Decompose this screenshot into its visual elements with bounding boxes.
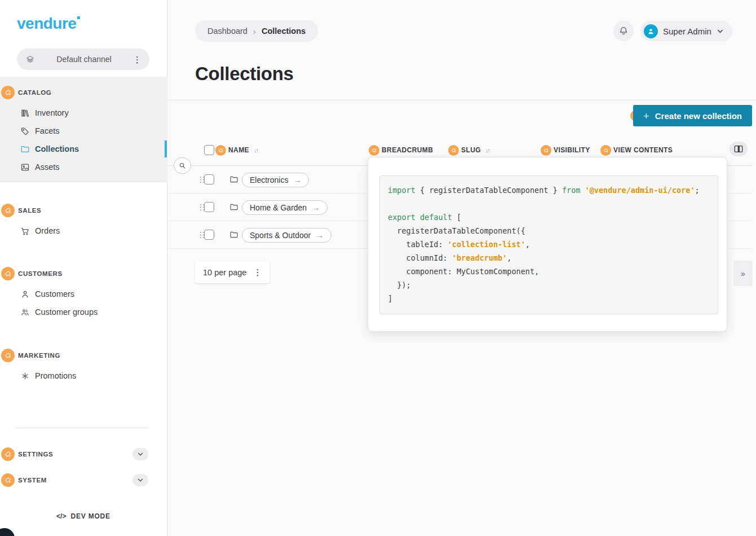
sidebar-item-label: Facets bbox=[35, 126, 60, 135]
arrow-right-icon: → bbox=[293, 175, 301, 184]
extension-badge-icon[interactable] bbox=[541, 145, 551, 156]
collection-chip[interactable]: Sports & Outdoor→ bbox=[242, 228, 331, 243]
sidebar-item-customers[interactable]: Customers bbox=[20, 287, 74, 301]
extension-badge-icon[interactable] bbox=[448, 145, 459, 156]
active-item-indicator bbox=[165, 140, 167, 157]
sidebar-item-label: Promotions bbox=[35, 371, 76, 380]
nav-section-catalog: CATALOG bbox=[1, 86, 51, 99]
channel-selector[interactable]: Default channel ⋮ bbox=[17, 49, 149, 70]
image-icon bbox=[20, 162, 30, 172]
logo-mark-icon bbox=[77, 16, 80, 19]
nav-section-label: CATALOG bbox=[18, 89, 51, 96]
notifications-button[interactable] bbox=[613, 21, 634, 41]
sort-icon[interactable]: ↓↑ bbox=[254, 147, 258, 153]
collection-name: Electronics bbox=[250, 175, 288, 184]
channel-label: Default channel bbox=[35, 55, 133, 64]
code-line: component: MyCustomComponent, bbox=[388, 265, 718, 278]
extension-badge-icon[interactable] bbox=[215, 145, 226, 156]
chevron-right-icon: › bbox=[253, 27, 256, 36]
asterisk-icon bbox=[20, 371, 30, 381]
column-label-name[interactable]: NAME bbox=[228, 146, 249, 154]
drag-handle-icon[interactable] bbox=[200, 204, 204, 210]
column-picker-button[interactable] bbox=[730, 142, 748, 156]
vendure-logo[interactable]: vendure bbox=[17, 15, 80, 33]
collection-name: Home & Garden bbox=[250, 203, 307, 212]
arrow-right-icon: → bbox=[312, 203, 320, 212]
sidebar-item-customer-groups[interactable]: Customer groups bbox=[20, 305, 98, 319]
table-header-visibility: VISIBILITY bbox=[541, 143, 590, 157]
extension-badge-icon[interactable] bbox=[600, 145, 611, 156]
collection-chip[interactable]: Electronics→ bbox=[242, 173, 309, 187]
sidebar-item-label: Assets bbox=[35, 162, 60, 172]
sidebar: vendure Default channel ⋮ CATALOG Invent… bbox=[0, 0, 167, 536]
user-name: Super Admin bbox=[663, 27, 711, 36]
row-checkbox[interactable] bbox=[204, 202, 214, 212]
extension-badge-icon[interactable] bbox=[1, 447, 15, 461]
plus-icon: + bbox=[643, 111, 649, 121]
dev-mode-button[interactable]: </> DEV MODE bbox=[0, 512, 167, 520]
dev-mode-label: DEV MODE bbox=[70, 512, 110, 520]
next-page-button[interactable]: » bbox=[733, 261, 753, 286]
nav-section-sales: SALES bbox=[1, 204, 41, 217]
code-line: columnId: 'breadcrumb', bbox=[388, 251, 718, 265]
sidebar-item-label: Inventory bbox=[35, 108, 69, 117]
breadcrumb-dashboard-link[interactable]: Dashboard bbox=[207, 27, 247, 36]
kebab-icon[interactable]: ⋮ bbox=[133, 55, 142, 64]
create-collection-button[interactable]: + Create new collection bbox=[633, 105, 752, 126]
column-label-slug[interactable]: SLUG bbox=[461, 146, 481, 154]
sidebar-item-collections[interactable]: Collections bbox=[20, 142, 79, 156]
code-block: import { registerDataTableComponent } fr… bbox=[379, 175, 718, 314]
user-icon bbox=[647, 27, 655, 36]
users-icon bbox=[20, 307, 30, 317]
user-icon bbox=[20, 289, 30, 299]
header-divider bbox=[167, 100, 756, 100]
sidebar-item-orders[interactable]: Orders bbox=[20, 224, 60, 238]
code-line: import { registerDataTableComponent } fr… bbox=[388, 183, 718, 197]
items-per-page-label: 10 per page bbox=[203, 268, 246, 277]
code-line: export default [ bbox=[388, 210, 718, 224]
nav-section-system[interactable]: SYSTEM bbox=[1, 473, 148, 487]
nav-section-label: CUSTOMERS bbox=[18, 270, 63, 277]
code-line: tableId: 'collection-list', bbox=[388, 238, 718, 251]
extension-badge-icon[interactable] bbox=[1, 267, 15, 280]
items-per-page-button[interactable]: 10 per page ⋮ bbox=[195, 261, 269, 283]
code-line: registerDataTableComponent({ bbox=[388, 224, 718, 238]
sidebar-item-facets[interactable]: Facets bbox=[20, 124, 60, 138]
row-checkbox[interactable] bbox=[204, 174, 214, 184]
nav-section-customers: CUSTOMERS bbox=[1, 267, 63, 280]
sidebar-item-assets[interactable]: Assets bbox=[20, 160, 60, 174]
expand-settings-button[interactable] bbox=[132, 448, 148, 460]
search-icon bbox=[178, 161, 187, 170]
collection-chip[interactable]: Home & Garden→ bbox=[242, 200, 328, 215]
tag-icon bbox=[20, 126, 30, 136]
double-chevron-right-icon: » bbox=[741, 269, 745, 278]
row-checkbox[interactable] bbox=[204, 230, 214, 240]
extension-badge-icon[interactable] bbox=[1, 86, 15, 99]
drag-handle-icon[interactable] bbox=[200, 177, 204, 183]
vendure-logo-text: vendure bbox=[17, 15, 76, 32]
extension-badge-icon[interactable] bbox=[1, 473, 15, 487]
folder-icon bbox=[229, 230, 238, 239]
search-toggle-button[interactable] bbox=[174, 157, 191, 174]
nav-section-settings[interactable]: SETTINGS bbox=[1, 447, 148, 461]
column-label-breadcrumb[interactable]: BREADCRUMB bbox=[382, 146, 433, 154]
nav-section-label: SYSTEM bbox=[18, 477, 129, 484]
books-icon bbox=[20, 108, 30, 118]
extension-badge-icon[interactable] bbox=[1, 349, 15, 362]
user-menu[interactable]: Super Admin bbox=[640, 21, 732, 41]
column-label-view-contents[interactable]: VIEW CONTENTS bbox=[613, 146, 673, 154]
drag-handle-icon[interactable] bbox=[200, 232, 204, 238]
avatar bbox=[644, 24, 658, 38]
select-all-checkbox[interactable] bbox=[204, 145, 214, 155]
table-header-name: NAME ↓↑ bbox=[204, 143, 258, 157]
extension-badge-icon[interactable] bbox=[1, 204, 15, 217]
column-label-visibility[interactable]: VISIBILITY bbox=[554, 146, 590, 154]
sidebar-item-inventory[interactable]: Inventory bbox=[20, 106, 69, 120]
sidebar-item-promotions[interactable]: Promotions bbox=[20, 369, 76, 383]
sort-icon[interactable]: ↓↑ bbox=[485, 147, 489, 153]
corner-fab-button[interactable] bbox=[0, 528, 15, 536]
nav-section-label: SALES bbox=[18, 207, 41, 214]
expand-system-button[interactable] bbox=[132, 474, 148, 486]
chevron-down-icon bbox=[137, 451, 144, 458]
extension-badge-icon[interactable] bbox=[369, 145, 379, 156]
